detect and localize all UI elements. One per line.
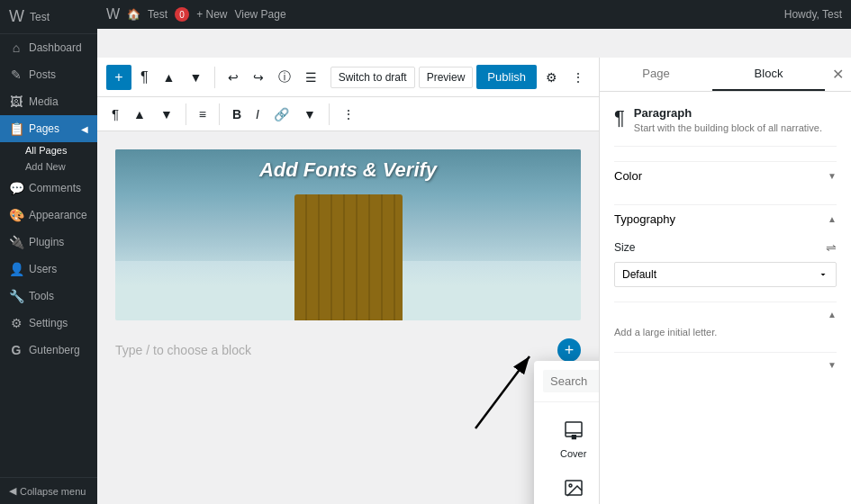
bold-button[interactable]: B [227,104,247,125]
italic-button[interactable]: I [250,104,265,125]
main-area: W 🏠 Test 0 + New View Page Howdy, Test +… [97,29,851,504]
move-down-button[interactable]: ▼ [184,67,207,88]
size-filter-icon[interactable]: ⇌ [826,240,837,255]
color-section-label: Color [614,169,642,183]
switch-to-draft-button[interactable]: Switch to draft [330,67,415,88]
paragraph-align-button[interactable]: ¶ [106,103,124,125]
drop-cap-section-header[interactable]: ▲ [614,302,837,327]
sidebar-item-label: Plugins [29,236,64,248]
block-type-description: Start with the building block of all nar… [634,122,822,135]
drop-cap-chevron-icon: ▲ [828,310,837,320]
add-block-plus-icon: + [565,341,575,360]
sidebar-item-settings[interactable]: ⚙ Settings [0,310,97,337]
panel-close-button[interactable]: ✕ [825,58,851,91]
media-icon: 🖼 [9,94,23,109]
list-view-button[interactable]: ☰ [300,67,322,88]
preview-button[interactable]: Preview [419,67,474,88]
tab-page[interactable]: Page [600,58,712,91]
add-block-btn-wrapper: + [557,338,581,362]
typography-chevron-icon: ▲ [828,214,837,224]
color-section-header[interactable]: Color ▼ [614,161,837,190]
image-block[interactable]: Add Fonts & Verify [115,149,581,320]
sidebar-logo[interactable]: W Test [0,0,97,34]
settings-gear-button[interactable]: ⚙ [540,67,563,88]
text-down-button[interactable]: ▼ [155,104,178,125]
close-icon: ✕ [832,66,844,83]
add-block-inline-button[interactable]: + [557,338,581,362]
sidebar-item-label: Tools [29,290,54,302]
plugins-icon: 🔌 [9,235,23,249]
block-type-icon: ¶ [614,106,625,130]
sidebar-item-plugins[interactable]: 🔌 Plugins [0,229,97,256]
block-picker-item-cover[interactable]: ▣ Cover [543,411,599,466]
tab-block[interactable]: Block [712,58,825,91]
comments-icon: 💬 [9,181,23,195]
text-block: Type / to choose a block + [115,329,581,371]
typography-controls: Size ⇌ Default Small Medium Large X-Larg… [614,233,837,287]
undo-button[interactable]: ↩ [222,67,244,88]
cover-block-label: Cover [560,448,586,459]
sidebar-item-label: Pages [29,122,59,135]
wordpress-logo-icon: W [9,7,24,26]
toolbar-separator-1 [214,67,215,88]
sidebar-item-tools[interactable]: 🔧 Tools [0,283,97,310]
block-options-button[interactable]: ⋮ [337,104,360,125]
block-info: ¶ Paragraph Start with the building bloc… [614,106,837,147]
sidebar-sub-add-new[interactable]: Add New [0,158,97,175]
text-up-button[interactable]: ▲ [128,104,151,125]
inline-sep-2 [219,104,220,125]
editor-area: + ¶ ▲ ▼ ↩ ↪ ⓘ ☰ Switch to draft Preview … [97,58,851,504]
inline-sep-3 [329,104,330,125]
add-block-button[interactable]: + [106,65,131,90]
collapse-menu-button[interactable]: ◀ Collapse menu [0,477,97,504]
sidebar-item-posts[interactable]: ✎ Posts [0,61,97,88]
paragraph-type-button[interactable]: ¶ [135,66,154,89]
block-search-input[interactable] [543,370,599,392]
editor-canvas: Add Fonts & Verify Type / to choose a bl… [97,131,599,504]
settings-icon: ⚙ [9,316,23,330]
extra-section-header[interactable]: ▼ [614,352,837,377]
info-button[interactable]: ⓘ [273,66,296,89]
typography-section-header[interactable]: Typography ▲ [614,204,837,233]
sidebar-item-pages[interactable]: 📋 Pages ◀ [0,115,97,142]
sidebar-item-gutenberg[interactable]: G Gutenberg [0,337,97,364]
align-left-button[interactable]: ≡ [194,104,212,125]
block-info-text: Paragraph Start with the building block … [634,106,822,135]
right-panel: Page Block ✕ ¶ Paragraph Start with the … [599,58,851,504]
sidebar-sub-all-pages[interactable]: All Pages [0,142,97,158]
cover-block-icon: ▣ [563,418,584,445]
move-up-button[interactable]: ▲ [158,67,181,88]
site-name: Test [30,11,50,23]
sidebar-item-users[interactable]: 👤 Users [0,256,97,283]
sidebar-item-label: Gutenberg [29,344,80,356]
sidebar-item-label: Posts [29,68,56,81]
sidebar-item-dashboard[interactable]: ⌂ Dashboard [0,34,97,61]
block-type-title: Paragraph [634,106,822,120]
sidebar: W Test ⌂ Dashboard ✎ Posts 🖼 Media 📋 Pag… [0,0,97,504]
pages-icon: 📋 [9,122,23,136]
typography-section: Typography ▲ Size ⇌ Default Small Medium… [614,204,837,287]
editor-toolbar: + ¶ ▲ ▼ ↩ ↪ ⓘ ☰ Switch to draft Preview … [97,58,599,97]
panel-tabs: Page Block ✕ [600,58,851,92]
image-block-icon [563,477,584,503]
sidebar-item-appearance[interactable]: 🎨 Appearance [0,202,97,229]
publish-button[interactable]: Publish [476,65,537,89]
appearance-icon: 🎨 [9,208,23,222]
svg-text:▣: ▣ [571,434,575,439]
extra-section: ▼ [614,352,837,377]
panel-content: ¶ Paragraph Start with the building bloc… [600,92,851,504]
block-picker-item-image[interactable]: Image [543,470,599,504]
more-inline-button[interactable]: ▼ [298,104,321,125]
options-button[interactable]: ⋮ [566,67,590,88]
sidebar-item-comments[interactable]: 💬 Comments [0,175,97,202]
sidebar-item-label: Comments [29,182,81,194]
typography-section-label: Typography [614,212,675,226]
sidebar-item-media[interactable]: 🖼 Media [0,88,97,115]
redo-button[interactable]: ↪ [248,67,269,88]
block-picker-items-grid: ▣ Cover ¶ Paragraph Gallery Image H Head… [534,402,599,504]
drop-cap-section: ▲ Add a large initial letter. [614,302,837,338]
size-select[interactable]: Default Small Medium Large X-Large [614,262,837,287]
drop-cap-description: Add a large initial letter. [614,327,837,338]
posts-icon: ✎ [9,68,23,82]
link-button[interactable]: 🔗 [268,104,294,125]
